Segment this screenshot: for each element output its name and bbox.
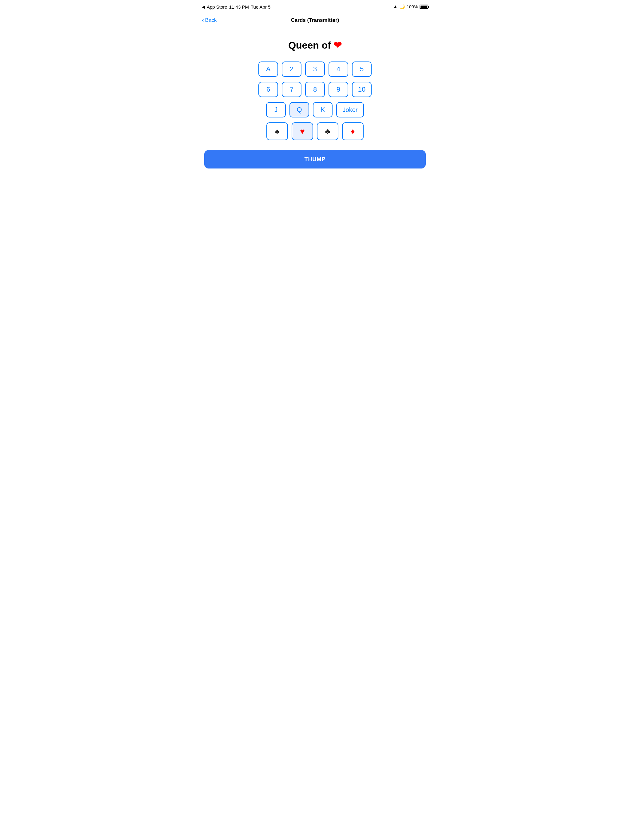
back-chevron-icon: ‹ — [202, 17, 204, 23]
battery-percent: 100% — [407, 4, 418, 9]
suit-btn-club[interactable]: ♣ — [317, 122, 339, 140]
back-button[interactable]: ‹ Back — [202, 17, 217, 24]
moon-icon: 🌙 — [400, 4, 405, 9]
heart-suit-display: ❤ — [334, 39, 342, 51]
suit-btn-diamond[interactable]: ♦ — [342, 122, 364, 140]
card-row-3: J Q K Joker — [266, 102, 364, 117]
heart-icon: ♥ — [300, 127, 304, 136]
card-btn-7[interactable]: 7 — [282, 82, 301, 97]
card-btn-6[interactable]: 6 — [258, 82, 278, 97]
page-title: Cards (Transmitter) — [291, 17, 339, 24]
card-btn-J[interactable]: J — [266, 102, 286, 117]
card-btn-5[interactable]: 5 — [352, 62, 372, 77]
card-text: Queen of — [288, 39, 331, 51]
status-left: ◀ App Store 11:43 PM Tue Apr 5 — [202, 4, 271, 9]
card-row-1: A 2 3 4 5 — [258, 62, 372, 77]
suit-btn-heart[interactable]: ♥ — [291, 122, 313, 140]
wifi-icon: ▲ — [393, 4, 398, 9]
nav-bar: ‹ Back Cards (Transmitter) — [197, 14, 433, 27]
battery-icon — [419, 5, 428, 9]
card-btn-10[interactable]: 10 — [352, 82, 372, 97]
status-date: Tue Apr 5 — [251, 4, 271, 9]
card-button-grid: A 2 3 4 5 6 7 8 9 10 J Q K Joker ♠ ♥ — [204, 62, 426, 140]
card-btn-8[interactable]: 8 — [305, 82, 325, 97]
suit-row: ♠ ♥ ♣ ♦ — [266, 122, 364, 140]
card-display: Queen of ❤ — [288, 39, 342, 51]
app-store-label: App Store — [207, 4, 227, 9]
back-label: Back — [205, 17, 217, 24]
card-btn-9[interactable]: 9 — [329, 82, 348, 97]
club-icon: ♣ — [325, 127, 330, 136]
card-btn-2[interactable]: 2 — [282, 62, 301, 77]
status-time: 11:43 PM — [229, 4, 249, 9]
card-row-2: 6 7 8 9 10 — [258, 82, 372, 97]
suit-btn-spade[interactable]: ♠ — [266, 122, 288, 140]
signal-icon: ◀ — [202, 5, 205, 9]
card-btn-joker[interactable]: Joker — [336, 102, 364, 117]
main-content: Queen of ❤ A 2 3 4 5 6 7 8 9 10 J Q K Jo… — [197, 27, 433, 176]
status-bar: ◀ App Store 11:43 PM Tue Apr 5 ▲ 🌙 100% — [197, 0, 433, 14]
card-btn-Q[interactable]: Q — [290, 102, 309, 117]
diamond-icon: ♦ — [351, 127, 355, 136]
thump-button[interactable]: THUMP — [204, 150, 426, 169]
card-btn-A[interactable]: A — [258, 62, 278, 77]
card-btn-K[interactable]: K — [313, 102, 332, 117]
status-right: ▲ 🌙 100% — [393, 4, 428, 9]
card-btn-4[interactable]: 4 — [329, 62, 348, 77]
card-btn-3[interactable]: 3 — [305, 62, 325, 77]
spade-icon: ♠ — [275, 127, 279, 136]
